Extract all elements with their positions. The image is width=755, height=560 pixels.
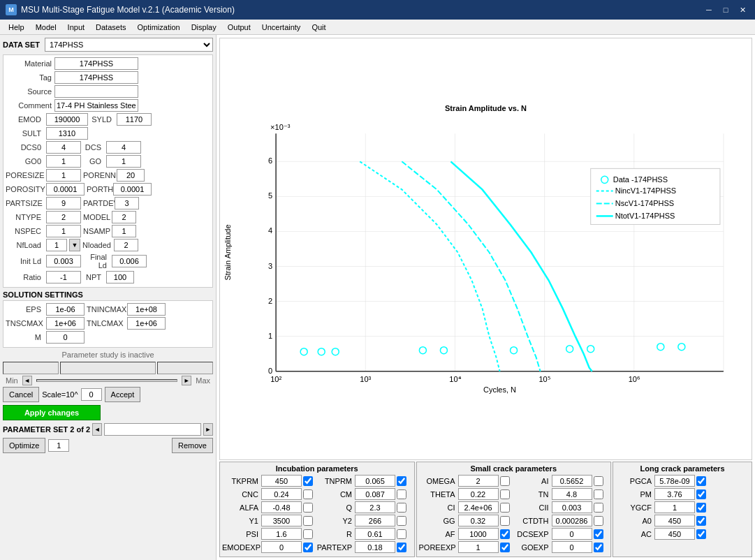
- npt-input[interactable]: [106, 271, 134, 283]
- psi-input[interactable]: [261, 528, 302, 540]
- dcsexp-check[interactable]: [594, 529, 603, 539]
- ac-input[interactable]: [654, 528, 695, 540]
- cm-check[interactable]: [397, 489, 406, 499]
- q-input[interactable]: [355, 501, 395, 513]
- r-input[interactable]: [355, 528, 395, 540]
- dcs0-input[interactable]: [46, 141, 81, 154]
- a0-input[interactable]: [654, 515, 695, 526]
- alfa-check[interactable]: [303, 503, 313, 513]
- tkprm-check[interactable]: [303, 476, 313, 486]
- sult-input[interactable]: [46, 127, 88, 140]
- m-input[interactable]: [46, 331, 85, 344]
- go-input[interactable]: [106, 155, 141, 168]
- slider-max-arrow[interactable]: ►: [182, 376, 191, 385]
- cii-check[interactable]: [594, 503, 603, 513]
- porosity-input[interactable]: [46, 183, 85, 196]
- ygcf-input[interactable]: [654, 501, 695, 513]
- poresize-input[interactable]: [46, 169, 81, 182]
- r-check[interactable]: [397, 529, 406, 539]
- ratio-input[interactable]: [46, 271, 81, 283]
- ntype-input[interactable]: [46, 211, 81, 223]
- model-input[interactable]: [112, 211, 136, 223]
- cii-input[interactable]: [552, 501, 592, 513]
- tnprm-check[interactable]: [397, 476, 406, 486]
- cancel-button[interactable]: Cancel: [3, 387, 39, 402]
- ci-check[interactable]: [500, 503, 510, 513]
- tnscmax-input[interactable]: [46, 317, 85, 330]
- menu-uncertainty[interactable]: Uncertainty: [256, 22, 307, 33]
- y2-input[interactable]: [355, 515, 395, 526]
- menu-input[interactable]: Input: [62, 22, 90, 33]
- nfload-input[interactable]: [46, 239, 67, 251]
- a0-check[interactable]: [696, 516, 706, 526]
- ci-input[interactable]: [458, 501, 499, 513]
- menu-display[interactable]: Display: [186, 22, 222, 33]
- porth-input[interactable]: [113, 183, 152, 196]
- cnc-check[interactable]: [303, 489, 313, 499]
- poreexp-input[interactable]: [458, 541, 499, 553]
- minimize-button[interactable]: ─: [702, 4, 716, 15]
- accept-button[interactable]: Accept: [105, 387, 141, 402]
- final-ld-input[interactable]: [112, 255, 147, 267]
- menu-help[interactable]: Help: [3, 22, 30, 33]
- menu-quit[interactable]: Quit: [306, 22, 331, 33]
- pm-check[interactable]: [696, 489, 706, 499]
- ctdth-check[interactable]: [594, 516, 603, 526]
- ygcf-check[interactable]: [696, 503, 706, 513]
- tnprm-input[interactable]: [355, 475, 395, 487]
- go0-input[interactable]: [46, 155, 81, 168]
- tkprm-input[interactable]: [261, 475, 302, 487]
- ai-input[interactable]: [552, 475, 592, 487]
- tag-input[interactable]: [54, 71, 138, 84]
- nloaded-input[interactable]: [114, 239, 138, 251]
- optimize-val[interactable]: [48, 439, 69, 452]
- init-ld-input[interactable]: [46, 255, 81, 267]
- menu-datasets[interactable]: Datasets: [90, 22, 131, 33]
- af-check[interactable]: [500, 529, 510, 539]
- ai-check[interactable]: [594, 476, 603, 486]
- pgca-check[interactable]: [696, 476, 706, 486]
- y1-check[interactable]: [303, 516, 313, 526]
- menu-output[interactable]: Output: [222, 22, 256, 33]
- tnincmax-input[interactable]: [127, 303, 166, 316]
- goexp-check[interactable]: [594, 543, 603, 552]
- theta-input[interactable]: [458, 488, 499, 500]
- emodexp-input[interactable]: [261, 541, 302, 553]
- remove-button[interactable]: Remove: [172, 438, 213, 453]
- ctdth-input[interactable]: [552, 515, 592, 526]
- comment-input[interactable]: [54, 99, 138, 112]
- pm-input[interactable]: [654, 488, 695, 500]
- partdev-input[interactable]: [115, 197, 139, 209]
- poreexp-check[interactable]: [500, 543, 510, 552]
- emodexp-check[interactable]: [303, 543, 313, 552]
- optimize-button[interactable]: Optimize: [3, 438, 45, 453]
- nfload-dropdown[interactable]: ▼: [69, 239, 80, 251]
- cnc-input[interactable]: [261, 488, 302, 500]
- material-input[interactable]: [54, 57, 138, 70]
- param-set-next[interactable]: ►: [203, 423, 213, 436]
- tn-input[interactable]: [552, 488, 592, 500]
- partexp-input[interactable]: [355, 541, 395, 553]
- omega-check[interactable]: [500, 476, 510, 486]
- maximize-button[interactable]: □: [719, 4, 733, 15]
- syld-input[interactable]: [117, 113, 152, 126]
- nsamp-input[interactable]: [112, 225, 136, 237]
- dcsexp-input[interactable]: [552, 528, 592, 540]
- goexp-input[interactable]: [552, 541, 592, 553]
- cm-input[interactable]: [355, 488, 395, 500]
- nspec-input[interactable]: [46, 225, 81, 237]
- ac-check[interactable]: [696, 529, 706, 539]
- slider-min-arrow[interactable]: ◄: [22, 376, 32, 385]
- slider-bar[interactable]: [36, 379, 177, 382]
- scale-input[interactable]: [81, 388, 102, 401]
- tnlcmax-input[interactable]: [127, 317, 166, 330]
- af-input[interactable]: [458, 528, 499, 540]
- pgca-input[interactable]: [654, 475, 695, 487]
- dataset-select[interactable]: 174PHSS: [45, 38, 213, 52]
- apply-changes-button[interactable]: Apply changes: [3, 405, 101, 420]
- theta-check[interactable]: [500, 489, 510, 499]
- psi-check[interactable]: [303, 529, 313, 539]
- slider-track[interactable]: [60, 362, 156, 374]
- partexp-check[interactable]: [397, 543, 406, 552]
- dcs-input[interactable]: [106, 141, 141, 154]
